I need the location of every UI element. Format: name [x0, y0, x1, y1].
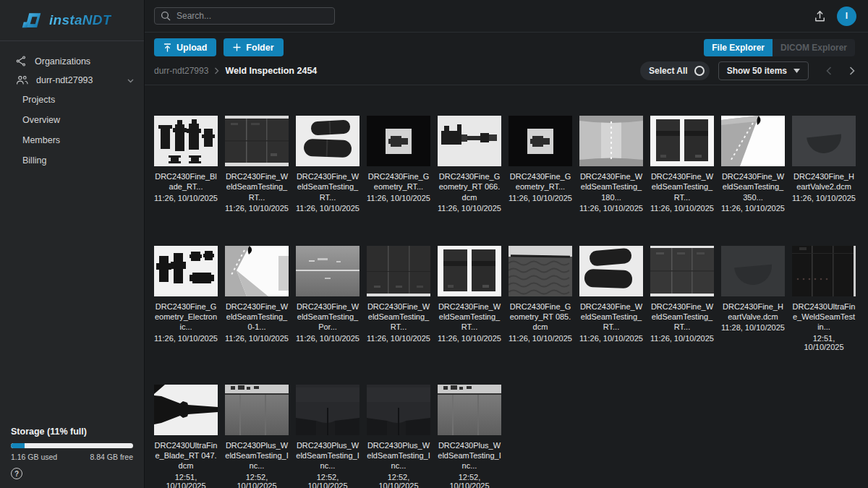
- file-timestamp: 11:26, 10/10/2025: [367, 194, 430, 202]
- file-timestamp: 11:26, 10/10/2025: [154, 194, 218, 202]
- file-timestamp: 11:26, 10/10/2025: [650, 204, 714, 213]
- storage-progressbar: [11, 443, 133, 448]
- sidebar-item-overview[interactable]: Overview: [0, 110, 144, 130]
- file-name: DRC2430Fine_WeldSeamTesting_350...: [721, 171, 785, 202]
- main-area: I Upload Folder File Explorer DICOM Expl…: [145, 0, 868, 488]
- file-card[interactable]: DRC2430Fine_HeartValve.dcm 11:28, 10/10/…: [721, 246, 785, 351]
- storage-used: 1.16 GB used: [11, 453, 57, 461]
- file-card[interactable]: DRC2430Fine_Geometry_RT... 11:26, 10/10/…: [509, 116, 572, 213]
- file-name: DRC2430Fine_HeartValve2.dcm: [792, 171, 856, 192]
- file-timestamp: 11:26, 10/10/2025: [650, 334, 714, 343]
- file-card[interactable]: DRC2430Plus_WeldSeamTesting_Inc... 12:52…: [225, 385, 289, 488]
- file-thumbnail: [509, 116, 572, 166]
- file-thumbnail: [438, 116, 501, 166]
- file-thumbnail: [296, 246, 359, 296]
- file-timestamp: 11:26, 10/10/2025: [367, 334, 430, 343]
- file-card[interactable]: DRC2430Plus_WeldSeamTesting_Inc... 12:52…: [296, 385, 359, 488]
- avatar[interactable]: I: [837, 7, 856, 26]
- breadcrumb-row: durr-ndt27993 Weld Inspection 2454 Selec…: [145, 57, 868, 85]
- tab-file-explorer[interactable]: File Explorer: [704, 39, 773, 56]
- next-page-icon[interactable]: [849, 67, 855, 75]
- file-thumbnail: [509, 246, 572, 296]
- export-icon[interactable]: [813, 9, 827, 23]
- sidebar-item-label: durr-ndt27993: [36, 75, 93, 85]
- file-card[interactable]: DRC2430Fine_WeldSeamTesting_RT... 11:26,…: [650, 116, 714, 213]
- app-logo[interactable]: instaNDT: [0, 0, 144, 41]
- file-name: DRC2430Fine_Geometry_RT 066.dcm: [438, 171, 501, 202]
- file-card[interactable]: DRC2430Plus_WeldSeamTesting_Inc... 12:52…: [367, 385, 430, 488]
- file-card[interactable]: DRC2430UltraFine_Blade_RT 047.dcm 12:51,…: [154, 385, 218, 488]
- sidebar-item-members[interactable]: Members: [0, 130, 144, 150]
- search-input[interactable]: [154, 7, 335, 25]
- file-thumbnail: [225, 385, 289, 435]
- file-thumbnail: [367, 385, 430, 435]
- file-name: DRC2430UltraFine_WeldSeamTestin...: [792, 301, 856, 333]
- storage-free: 8.84 GB free: [90, 453, 133, 461]
- upload-button[interactable]: Upload: [154, 38, 216, 56]
- file-name: DRC2430Fine_HeartValve.dcm: [721, 301, 785, 322]
- file-timestamp: 11:26, 10/10/2025: [225, 204, 289, 213]
- file-card[interactable]: DRC2430Fine_WeldSeamTesting_RT... 11:26,…: [579, 246, 643, 351]
- file-thumbnail: [225, 246, 289, 296]
- file-name: DRC2430Fine_WeldSeamTesting_Por...: [296, 301, 359, 333]
- file-card[interactable]: DRC2430Fine_HeartValve2.dcm 11:26, 10/10…: [792, 116, 856, 213]
- file-card[interactable]: DRC2430Fine_Geometry_Electronic... 11:26…: [154, 246, 218, 351]
- file-card[interactable]: DRC2430Fine_WeldSeamTesting_RT... 11:26,…: [225, 116, 289, 213]
- file-name: DRC2430Fine_WeldSeamTesting_RT...: [650, 171, 714, 202]
- prev-page-icon[interactable]: [826, 67, 832, 75]
- breadcrumb-parent[interactable]: durr-ndt27993: [154, 66, 208, 76]
- file-card[interactable]: DRC2430Fine_WeldSeamTesting_Por... 11:26…: [296, 246, 359, 351]
- file-name: DRC2430Fine_WeldSeamTesting_0-1...: [225, 301, 289, 333]
- plus-icon: [233, 43, 241, 51]
- show-items-label: Show 50 items: [727, 66, 787, 76]
- file-card[interactable]: DRC2430Plus_WeldSeamTesting_Inc... 12:52…: [438, 385, 501, 488]
- file-thumbnail: [154, 385, 218, 435]
- file-thumbnail: [154, 116, 218, 166]
- file-timestamp: 11:26, 10/10/2025: [721, 204, 785, 213]
- file-card[interactable]: DRC2430Fine_Blade_RT... 11:26, 10/10/202…: [154, 116, 218, 213]
- new-folder-button[interactable]: Folder: [224, 38, 283, 56]
- file-thumbnail: [792, 246, 856, 296]
- file-timestamp: 12:51, 10/10/2025: [154, 473, 218, 488]
- file-name: DRC2430Plus_WeldSeamTesting_Inc...: [438, 440, 501, 471]
- sidebar-item-billing[interactable]: Billing: [0, 150, 144, 171]
- file-thumbnail: [438, 246, 501, 296]
- file-timestamp: 11:28, 10/10/2025: [721, 323, 785, 332]
- file-name: DRC2430Fine_Blade_RT...: [154, 171, 218, 192]
- file-card[interactable]: DRC2430Fine_WeldSeamTesting_RT... 11:26,…: [438, 246, 501, 351]
- file-timestamp: 12:52, 10/10/2025: [296, 473, 359, 488]
- file-card[interactable]: DRC2430Fine_Geometry_RT... 11:26, 10/10/…: [367, 116, 430, 213]
- file-card[interactable]: DRC2430Fine_Geometry_RT 085.dcm 11:26, 1…: [509, 246, 572, 351]
- file-card[interactable]: DRC2430Fine_WeldSeamTesting_RT... 11:26,…: [296, 116, 359, 213]
- file-timestamp: 11:26, 10/10/2025: [225, 334, 289, 343]
- file-card[interactable]: DRC2430Fine_WeldSeamTesting_350... 11:26…: [721, 116, 785, 213]
- help-icon[interactable]: ?: [11, 468, 22, 479]
- file-name: DRC2430UltraFine_Blade_RT 047.dcm: [154, 440, 218, 471]
- sidebar-nav: Organizations durr-ndt27993 Projects Ove…: [0, 41, 144, 419]
- file-thumbnail: [650, 116, 714, 166]
- file-card[interactable]: DRC2430Fine_WeldSeamTesting_0-1... 11:26…: [225, 246, 289, 351]
- file-name: DRC2430Fine_WeldSeamTesting_RT...: [296, 171, 359, 202]
- sidebar-item-organizations[interactable]: Organizations: [0, 51, 144, 71]
- file-thumbnail: [438, 385, 501, 435]
- file-timestamp: 12:51, 10/10/2025: [792, 334, 856, 351]
- file-name: DRC2430Fine_WeldSeamTesting_RT...: [367, 301, 430, 333]
- select-all-button[interactable]: Select All: [640, 61, 710, 80]
- sidebar-item-projects[interactable]: Projects: [0, 90, 144, 110]
- file-name: DRC2430Fine_Geometry_Electronic...: [154, 301, 218, 333]
- show-items-dropdown[interactable]: Show 50 items: [718, 61, 809, 80]
- file-name: DRC2430Plus_WeldSeamTesting_Inc...: [367, 440, 430, 471]
- sidebar-item-label: Organizations: [35, 56, 90, 67]
- file-timestamp: 12:52, 10/10/2025: [367, 473, 430, 488]
- select-all-radio-icon: [694, 66, 705, 76]
- file-card[interactable]: DRC2430Fine_WeldSeamTesting_RT... 11:26,…: [367, 246, 430, 351]
- file-card[interactable]: DRC2430Fine_WeldSeamTesting_RT... 11:26,…: [650, 246, 714, 351]
- file-card[interactable]: DRC2430Fine_Geometry_RT 066.dcm 11:26, 1…: [438, 116, 501, 213]
- sidebar-item-organization-current[interactable]: durr-ndt27993: [0, 71, 144, 90]
- file-card[interactable]: DRC2430UltraFine_WeldSeamTestin... 12:51…: [792, 246, 856, 351]
- upload-button-label: Upload: [176, 43, 207, 53]
- tab-dicom-explorer[interactable]: DICOM Explorer: [773, 39, 855, 56]
- file-card[interactable]: DRC2430Fine_WeldSeamTesting_180... 11:26…: [579, 116, 643, 213]
- brand-name: instaNDT: [49, 12, 111, 28]
- file-name: DRC2430Fine_WeldSeamTesting_RT...: [438, 301, 501, 333]
